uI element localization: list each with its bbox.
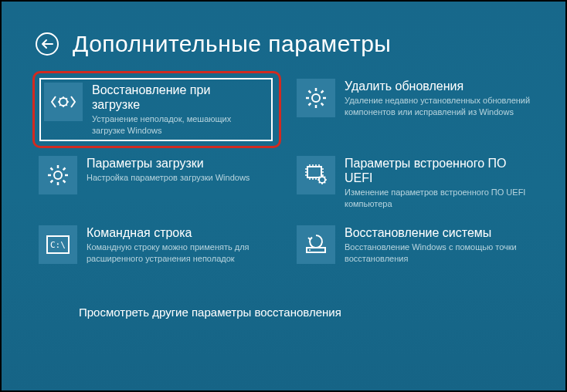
chip-gear-icon bbox=[297, 156, 335, 194]
back-button[interactable] bbox=[36, 32, 59, 56]
svg-point-2 bbox=[54, 171, 62, 179]
tile-desc: Командную строку можно применять для рас… bbox=[87, 242, 273, 265]
tile-desc: Устранение неполадок, мешающих загрузке … bbox=[92, 113, 259, 137]
svg-rect-3 bbox=[307, 167, 321, 177]
arrow-left-icon bbox=[41, 39, 53, 49]
tile-label: Параметры загрузки bbox=[87, 156, 250, 171]
svg-text:C:\: C:\ bbox=[50, 240, 66, 250]
terminal-icon: C:\ bbox=[39, 225, 77, 264]
more-options-link[interactable]: Просмотреть другие параметры восстановле… bbox=[79, 306, 531, 319]
tile-label: Командная строка bbox=[87, 225, 273, 240]
tile-command-prompt[interactable]: C:\ Командная строка Командную строку мо… bbox=[39, 224, 273, 275]
tile-desc: Настройка параметров загрузки Windows bbox=[87, 172, 250, 184]
tile-label: Параметры встроенного ПО UEFI bbox=[345, 156, 531, 185]
tile-startup-repair[interactable]: Восстановление при загрузке Устранение н… bbox=[32, 71, 281, 148]
tile-system-restore[interactable]: Восстановление системы Восстановление Wi… bbox=[297, 224, 531, 275]
tile-desc: Восстановление Windows с помощью точки в… bbox=[345, 242, 531, 265]
header: Дополнительные параметры bbox=[36, 31, 531, 57]
svg-point-4 bbox=[319, 177, 325, 183]
tile-desc: Изменение параметров встроенного ПО UEFI… bbox=[345, 187, 531, 210]
tile-uninstall-updates[interactable]: Удалить обновления Удаление недавно уста… bbox=[297, 77, 531, 142]
tile-label: Восстановление при загрузке bbox=[92, 83, 259, 112]
options-grid: Восстановление при загрузке Устранение н… bbox=[39, 77, 531, 275]
tile-uefi-firmware[interactable]: Параметры встроенного ПО UEFI Изменение … bbox=[297, 154, 531, 211]
restore-icon bbox=[297, 225, 335, 264]
tile-label: Удалить обновления bbox=[345, 79, 531, 93]
gear-icon bbox=[39, 156, 77, 194]
tile-label: Восстановление системы bbox=[345, 225, 531, 240]
svg-point-1 bbox=[312, 94, 320, 102]
startup-repair-icon bbox=[44, 83, 83, 121]
tile-desc: Удаление недавно установленных обновлени… bbox=[345, 95, 531, 118]
recovery-screen: Дополнительные параметры Восстановление … bbox=[2, 2, 565, 390]
tile-startup-settings[interactable]: Параметры загрузки Настройка параметров … bbox=[39, 154, 273, 211]
svg-point-8 bbox=[309, 249, 311, 251]
page-title: Дополнительные параметры bbox=[73, 31, 391, 57]
gear-icon bbox=[297, 79, 335, 117]
